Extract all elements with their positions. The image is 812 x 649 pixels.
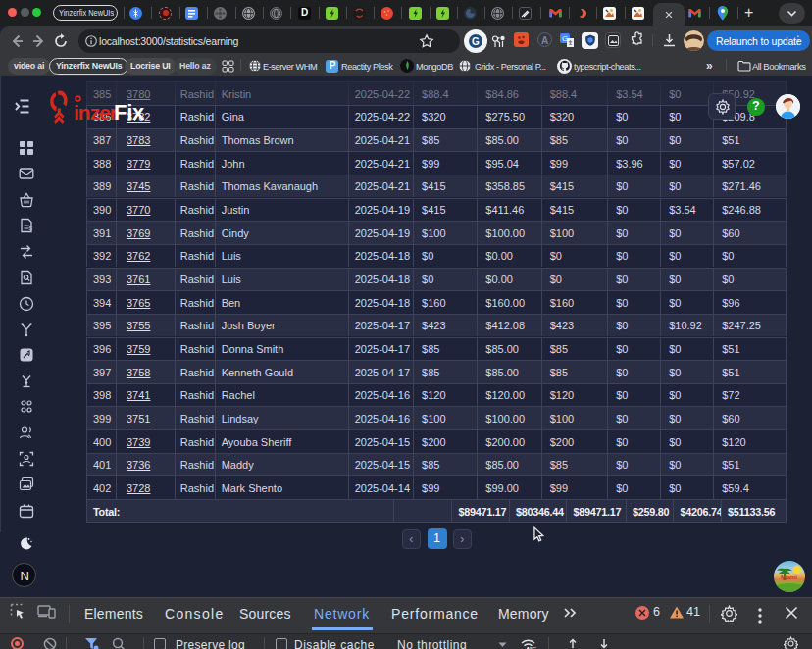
svg-text:inzer: inzer (74, 101, 118, 124)
svg-text:Miami: Miami (781, 574, 797, 580)
svg-text:G: G (472, 36, 480, 47)
svg-text:Fix: Fix (114, 100, 145, 125)
svg-text:5G: 5G (530, 646, 536, 649)
svg-text:$: $ (29, 225, 33, 231)
